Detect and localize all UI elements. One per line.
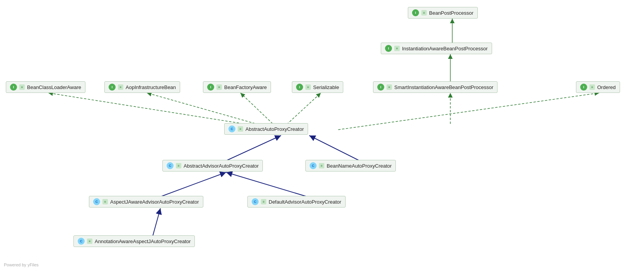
svg-line-10 (160, 172, 226, 197)
node-BeanClassLoaderAware: I ≡ BeanClassLoaderAware (6, 81, 85, 93)
node-BeanNameAutoProxyCreator: C ≡ BeanNameAutoProxyCreator (305, 160, 396, 172)
sub-icon: ≡ (421, 10, 427, 15)
interface-icon: I (377, 84, 384, 91)
node-label: BeanPostProcessor (429, 10, 474, 16)
node-label: BeanNameAutoProxyCreator (327, 163, 392, 169)
sub-icon: ≡ (216, 84, 222, 90)
abstract-class-icon: C (167, 162, 174, 169)
node-AspectJAwareAdvisorAutoProxyCreator: C ≡ AspectJAwareAdvisorAutoProxyCreator (89, 196, 203, 208)
arrows-svg (0, 0, 644, 271)
sub-icon: ≡ (238, 126, 243, 132)
class-icon: C (252, 198, 259, 205)
abstract-class-icon: C (228, 125, 235, 132)
sub-icon: ≡ (589, 84, 595, 90)
node-label: AspectJAwareAdvisorAutoProxyCreator (110, 199, 199, 205)
svg-line-8 (226, 136, 281, 161)
interface-icon: I (109, 84, 116, 91)
svg-line-9 (309, 136, 359, 161)
svg-line-12 (153, 208, 160, 236)
node-BeanFactoryAware: I ≡ BeanFactoryAware (203, 81, 271, 93)
node-label: AopInfrastructureBean (126, 84, 176, 90)
sub-icon: ≡ (87, 238, 92, 244)
node-label: Ordered (597, 84, 616, 90)
node-label: InstantiationAwareBeanPostProcessor (402, 46, 488, 51)
class-icon: C (310, 162, 317, 169)
node-label: AnnotationAwareAspectJAutoProxyCreator (95, 238, 191, 244)
powered-by-label: Powered by yFiles (4, 262, 39, 267)
node-DefaultAdvisorAutoProxyCreator: C ≡ DefaultAdvisorAutoProxyCreator (247, 196, 346, 208)
interface-icon: I (10, 84, 17, 91)
node-AbstractAdvisorAutoProxyCreator: C ≡ AbstractAdvisorAutoProxyCreator (162, 160, 263, 172)
node-Ordered: I ≡ Ordered (576, 81, 620, 93)
sub-icon: ≡ (102, 199, 108, 204)
interface-icon: I (412, 9, 419, 16)
sub-icon: ≡ (387, 84, 392, 90)
node-label: DefaultAdvisorAutoProxyCreator (269, 199, 341, 205)
node-Serializable: I ≡ Serializable (292, 81, 343, 93)
node-BeanPostProcessor: I ≡ BeanPostProcessor (408, 7, 478, 19)
sub-icon: ≡ (261, 199, 266, 204)
interface-icon: I (580, 84, 587, 91)
node-SmartInstantiationAwareBeanPostProcessor: I ≡ SmartInstantiationAwareBeanPostProce… (373, 81, 497, 93)
node-AnnotationAwareAspectJAutoProxyCreator: C ≡ AnnotationAwareAspectJAutoProxyCreat… (73, 235, 195, 247)
diagram-container: I ≡ BeanPostProcessor I ≡ InstantiationA… (0, 0, 644, 271)
node-AbstractAutoProxyCreator: C ≡ AbstractAutoProxyCreator (224, 123, 308, 135)
node-label: AbstractAdvisorAutoProxyCreator (184, 163, 259, 169)
interface-icon: I (385, 45, 392, 52)
sub-icon: ≡ (305, 84, 311, 90)
sub-icon: ≡ (394, 46, 400, 51)
interface-icon: I (207, 84, 214, 91)
node-label: SmartInstantiationAwareBeanPostProcessor (394, 84, 493, 90)
class-icon: C (78, 238, 85, 245)
svg-line-11 (226, 172, 307, 197)
sub-icon: ≡ (319, 163, 324, 168)
node-label: BeanFactoryAware (224, 84, 267, 90)
interface-icon: I (296, 84, 303, 91)
node-AopInfrastructureBean: I ≡ AopInfrastructureBean (104, 81, 180, 93)
class-icon: C (93, 198, 100, 205)
node-label: BeanClassLoaderAware (27, 84, 81, 90)
node-label: Serializable (313, 84, 339, 90)
sub-icon: ≡ (176, 163, 181, 168)
svg-line-3 (338, 93, 599, 130)
node-label: AbstractAutoProxyCreator (245, 126, 304, 132)
sub-icon: ≡ (19, 84, 25, 90)
node-InstantiationAwareBeanPostProcessor: I ≡ InstantiationAwareBeanPostProcessor (381, 43, 492, 54)
sub-icon: ≡ (118, 84, 123, 90)
